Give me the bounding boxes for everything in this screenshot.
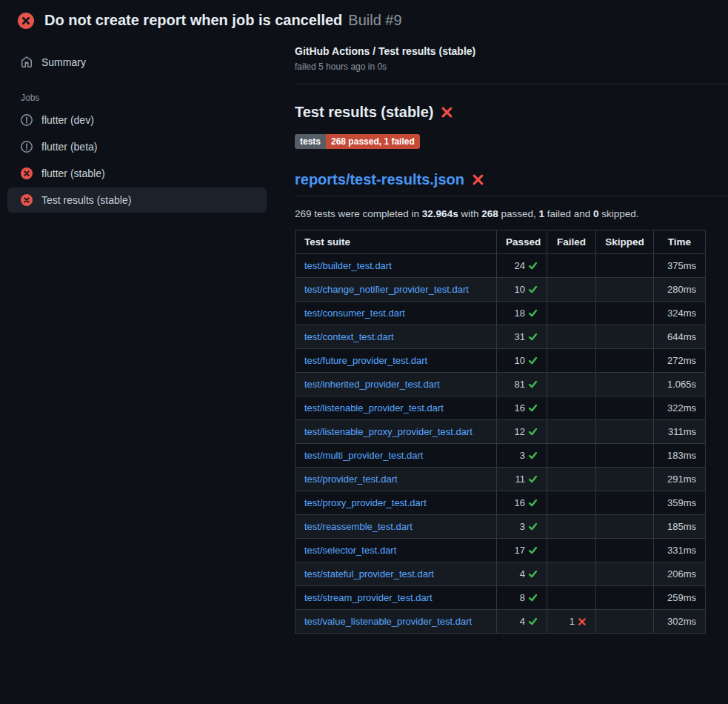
section-title-text: Test results (stable) bbox=[295, 104, 433, 121]
skipped-cell bbox=[596, 610, 654, 634]
check-icon bbox=[528, 593, 538, 602]
table-header-row: Test suite Passed Failed Skipped Time bbox=[295, 230, 706, 254]
suite-cell: test/stateful_provider_test.dart bbox=[295, 562, 497, 586]
time-cell: 183ms bbox=[654, 444, 706, 468]
suite-link[interactable]: test/builder_test.dart bbox=[304, 260, 392, 271]
suite-link[interactable]: test/listenable_proxy_provider_test.dart bbox=[304, 426, 472, 437]
suite-link[interactable]: test/listenable_provider_test.dart bbox=[304, 402, 444, 414]
check-icon bbox=[528, 356, 538, 365]
skipped-cell bbox=[596, 562, 654, 586]
check-icon bbox=[528, 498, 538, 508]
breadcrumb: GitHub Actions / Test results (stable) bbox=[295, 45, 728, 57]
suite-link[interactable]: test/reassemble_test.dart bbox=[304, 521, 413, 532]
suite-link[interactable]: test/stream_provider_test.dart bbox=[304, 592, 433, 603]
failed-cell bbox=[547, 373, 596, 396]
check-icon bbox=[528, 427, 538, 436]
passed-cell: 18 bbox=[497, 302, 547, 325]
failed-x-icon bbox=[472, 173, 484, 186]
badge-label: tests bbox=[295, 134, 326, 149]
time-cell: 185ms bbox=[654, 515, 706, 539]
time-cell: 324ms bbox=[654, 302, 706, 325]
check-icon bbox=[528, 403, 538, 413]
failed-icon bbox=[21, 167, 33, 179]
badge-value: 268 passed, 1 failed bbox=[326, 134, 420, 149]
suite-link[interactable]: test/provider_test.dart bbox=[304, 474, 398, 485]
suite-link[interactable]: test/change_notifier_provider_test.dart bbox=[304, 284, 469, 295]
sidebar: Summary Jobs flutter (dev)flutter (beta)… bbox=[0, 36, 274, 214]
failed-icon bbox=[21, 194, 33, 206]
sidebar-job-item[interactable]: flutter (stable) bbox=[7, 161, 267, 186]
sidebar-job-label: flutter (stable) bbox=[41, 167, 105, 179]
time-cell: 259ms bbox=[654, 586, 706, 610]
suite-cell: test/selector_test.dart bbox=[295, 539, 497, 562]
suite-cell: test/consumer_test.dart bbox=[295, 302, 497, 325]
check-icon bbox=[528, 617, 538, 626]
failed-cell: 1 bbox=[547, 610, 596, 634]
sidebar-job-item[interactable]: flutter (dev) bbox=[7, 107, 267, 133]
sidebar-job-label: flutter (beta) bbox=[41, 141, 97, 153]
failed-cell bbox=[547, 302, 596, 325]
suite-link[interactable]: test/multi_provider_test.dart bbox=[304, 450, 423, 461]
build-number: Build #9 bbox=[348, 12, 401, 28]
sidebar-item-summary[interactable]: Summary bbox=[7, 50, 267, 75]
skipped-cell bbox=[596, 444, 654, 468]
passed-cell: 16 bbox=[497, 491, 547, 515]
table-row: test/value_listenable_provider_test.dart… bbox=[295, 610, 706, 634]
tests-badge: tests 268 passed, 1 failed bbox=[295, 134, 420, 149]
skipped-cell bbox=[596, 515, 654, 539]
skipped-cell bbox=[596, 420, 654, 444]
suite-cell: test/change_notifier_provider_test.dart bbox=[295, 278, 497, 302]
check-icon bbox=[528, 451, 538, 460]
suite-link[interactable]: test/inherited_provider_test.dart bbox=[304, 379, 440, 390]
build-header: Do not create report when job is cancell… bbox=[0, 0, 728, 36]
check-icon bbox=[528, 474, 538, 484]
skipped-cell bbox=[596, 396, 654, 420]
table-row: test/consumer_test.dart18324ms bbox=[295, 302, 706, 325]
passed-cell: 3 bbox=[497, 444, 547, 468]
skipped-cell bbox=[596, 254, 654, 278]
suite-link[interactable]: test/selector_test.dart bbox=[304, 545, 396, 556]
jobs-list: flutter (dev)flutter (beta)flutter (stab… bbox=[0, 107, 274, 213]
time-cell: 291ms bbox=[654, 468, 706, 491]
warning-icon bbox=[21, 114, 33, 126]
suite-cell: test/proxy_provider_test.dart bbox=[295, 491, 497, 515]
passed-cell: 10 bbox=[497, 278, 547, 302]
suite-cell: test/multi_provider_test.dart bbox=[295, 444, 497, 468]
failed-cell bbox=[547, 325, 596, 349]
suite-cell: test/listenable_proxy_provider_test.dart bbox=[295, 420, 497, 444]
failed-cell bbox=[547, 586, 596, 610]
suite-link[interactable]: test/future_provider_test.dart bbox=[304, 355, 427, 366]
report-link[interactable]: reports/test-results.json bbox=[295, 171, 464, 188]
sidebar-job-item[interactable]: Test results (stable) bbox=[7, 187, 267, 213]
sidebar-job-label: flutter (dev) bbox=[41, 114, 94, 126]
suite-link[interactable]: test/value_listenable_provider_test.dart bbox=[304, 616, 472, 627]
col-passed: Passed bbox=[497, 230, 547, 254]
passed-cell: 17 bbox=[497, 539, 547, 562]
time-cell: 331ms bbox=[654, 539, 706, 562]
passed-cell: 81 bbox=[497, 373, 547, 396]
table-row: test/change_notifier_provider_test.dart1… bbox=[295, 278, 706, 302]
suite-cell: test/listenable_provider_test.dart bbox=[295, 396, 497, 420]
suite-link[interactable]: test/consumer_test.dart bbox=[304, 308, 405, 319]
passed-cell: 4 bbox=[497, 610, 547, 634]
failed-cell bbox=[547, 420, 596, 444]
table-row: test/stateful_provider_test.dart4206ms bbox=[295, 562, 706, 586]
suite-link[interactable]: test/context_test.dart bbox=[304, 331, 394, 342]
passed-cell: 12 bbox=[497, 420, 547, 444]
suite-cell: test/context_test.dart bbox=[295, 325, 497, 349]
skipped-cell bbox=[596, 468, 654, 491]
table-row: test/listenable_proxy_provider_test.dart… bbox=[295, 420, 706, 444]
time-cell: 322ms bbox=[654, 396, 706, 420]
skipped-cell bbox=[596, 325, 654, 349]
failed-cell bbox=[547, 515, 596, 539]
failed-cell bbox=[547, 254, 596, 278]
time-cell: 302ms bbox=[654, 610, 706, 634]
time-cell: 280ms bbox=[654, 278, 706, 302]
sidebar-job-item[interactable]: flutter (beta) bbox=[7, 134, 267, 159]
build-failed-icon bbox=[18, 13, 34, 29]
suite-link[interactable]: test/proxy_provider_test.dart bbox=[304, 497, 427, 508]
suite-link[interactable]: test/stateful_provider_test.dart bbox=[304, 568, 434, 580]
check-icon bbox=[528, 261, 538, 270]
table-row: test/context_test.dart31644ms bbox=[295, 325, 706, 349]
table-row: test/stream_provider_test.dart8259ms bbox=[295, 586, 706, 610]
